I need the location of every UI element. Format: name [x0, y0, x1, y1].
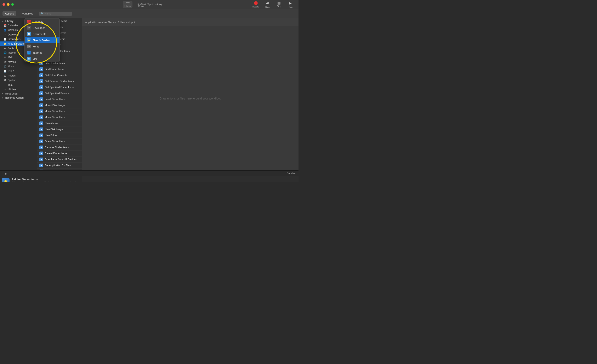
action-label: Get Folder Contents [45, 74, 67, 77]
sidebar-item-label: Internet [8, 51, 16, 54]
contacts-popup-icon [27, 20, 31, 24]
calendar-icon: 📅 [3, 24, 7, 27]
sidebar-item-label: Fonts [8, 47, 14, 50]
popup-menu[interactable]: Contacts ✕ Developer 📄 Documents 📁 Files… [24, 18, 60, 62]
stop-button[interactable]: Stop [274, 1, 284, 8]
action-label: Label Finder Items [45, 98, 65, 101]
popup-developer[interactable]: ✕ Developer [25, 25, 60, 31]
sidebar-item-utilities[interactable]: ✕ Utilities [0, 87, 37, 92]
popup-files-label: Files & Folders [32, 39, 51, 42]
close-button[interactable] [2, 3, 5, 6]
action-find-finder[interactable]: ★ Find Finder Items [37, 66, 82, 72]
utilities-icon: ✕ [3, 88, 7, 91]
popup-fonts[interactable]: A Fonts [25, 43, 60, 49]
actions-tab[interactable]: Actions [2, 11, 16, 16]
documents-popup-icon: 📄 [27, 32, 31, 36]
action-label: New Aliases [45, 122, 58, 125]
documents-icon: 📄 [3, 38, 7, 41]
action-label: New Disk Image [45, 128, 63, 131]
action-open-finder[interactable]: ★ Open Finder Items [37, 138, 82, 144]
photos-icon: 🖼 [3, 74, 7, 77]
popup-mail-label: Mail [32, 57, 38, 61]
maximize-button[interactable] [11, 3, 14, 6]
action-get-specified-finder[interactable]: ★ Get Specified Finder Items [37, 84, 82, 90]
run-button[interactable]: ▶ Run [285, 0, 296, 9]
popup-contacts-label: Contacts [32, 20, 43, 23]
action-move-finder-1[interactable]: ★ Move Finder Items [37, 108, 82, 114]
popup-mail[interactable]: ✉ Mail [25, 56, 60, 62]
popup-developer-label: Developer [32, 26, 45, 29]
popup-files-folders[interactable]: 📁 Files & Folders [25, 37, 60, 43]
sidebar-item-label: Developer [8, 33, 19, 36]
action-get-specified-servers[interactable]: ★ Get Specified Servers [37, 90, 82, 96]
log-top-row: Log Duration [0, 171, 298, 176]
sidebar-item-photos[interactable]: 🖼 Photos [0, 73, 37, 78]
sidebar-item-pdfs[interactable]: 📄 PDFs [0, 69, 37, 73]
minimize-button[interactable] [7, 3, 9, 6]
popup-internet[interactable]: 🌐 Internet [25, 49, 60, 56]
internet-icon: 🌐 [3, 51, 7, 55]
mail-popup-icon: ✉ [27, 57, 31, 61]
action-icon: ★ [39, 97, 43, 101]
action-label-finder[interactable]: ★ Label Finder Items [37, 96, 82, 103]
action-set-folder-views[interactable]: ★ Set Folder Views [37, 168, 82, 170]
action-label: Reveal Finder Items [45, 152, 67, 155]
action-scan-hp[interactable]: ★ Scan Items from HP Devices [37, 157, 82, 163]
search-box[interactable]: 🔍 [39, 12, 72, 16]
action-icon: ★ [39, 79, 43, 83]
sidebar-item-label: Photos [8, 74, 16, 77]
duration-label: Duration [287, 172, 296, 175]
most-used-label: Most Used [5, 92, 18, 95]
action-icon: ★ [39, 121, 43, 125]
sidebar-item-text[interactable]: T Text [0, 82, 37, 87]
action-reveal-finder[interactable]: ★ Reveal Finder Items [37, 150, 82, 157]
workflow-canvas[interactable]: Drag actions or files here to build your… [82, 26, 298, 170]
developer-popup-icon: ✕ [27, 26, 31, 30]
workflow-area: Application receives files and folders a… [82, 18, 298, 170]
music-icon: 🎵 [3, 65, 7, 68]
sidebar-item-label: Mail [8, 56, 12, 59]
fonts-popup-icon: A [27, 45, 31, 48]
action-get-folder[interactable]: ★ Get Folder Contents [37, 72, 82, 78]
action-new-folder[interactable]: ★ New Folder [37, 133, 82, 138]
step-button[interactable]: ⏭ Step [262, 0, 273, 9]
action-set-application[interactable]: ★ Set Application for Files [37, 163, 82, 168]
action-new-aliases[interactable]: ★ New Aliases [37, 120, 82, 127]
action-icon: ★ [39, 170, 43, 170]
search-input[interactable] [45, 12, 71, 15]
popup-contacts[interactable]: Contacts [25, 18, 60, 25]
step-label: Step [265, 6, 270, 8]
sidebar-item-music[interactable]: 🎵 Music [0, 64, 37, 69]
variables-tab[interactable]: Variables [20, 11, 36, 16]
action-icon: ★ [39, 164, 43, 167]
action-move-finder-2[interactable]: ★ Move Finder Items [37, 114, 82, 120]
action-label: Open Finder Items [45, 140, 65, 143]
action-rename-finder[interactable]: ★ Rename Finder Items [37, 144, 82, 150]
sidebar-item-label: Utilities [8, 88, 16, 91]
log-action-desc: This action lets the user choose Finder … [12, 181, 80, 182]
stop-label: Stop [277, 5, 281, 8]
action-mount-disk[interactable]: ★ Mount Disk Image [37, 103, 82, 108]
log-sidebar-text: Ask for Finder Items This action lets th… [12, 178, 80, 182]
action-get-selected[interactable]: ★ Get Selected Finder Items [37, 78, 82, 84]
developer-icon: ✕ [3, 33, 7, 36]
log-info-panel: ⭐ Ask for Finder Items This action lets … [0, 176, 82, 182]
workflow-header-text: Application receives files and folders a… [85, 21, 135, 24]
recently-added-header: ▼ Recently Added [0, 96, 37, 100]
popup-documents[interactable]: 📄 Documents [25, 31, 60, 37]
action-label: Move Finder Items [45, 116, 65, 119]
sidebar-item-label: Files & Folders [8, 42, 24, 45]
record-button[interactable]: Record [251, 0, 261, 9]
action-label: Get Specified Finder Items [45, 86, 74, 89]
files-popup-icon: 📁 [27, 38, 31, 42]
window-title: Untitled (Application) [137, 3, 162, 6]
tabs-toolbar: Actions Variables 🔍 [0, 9, 298, 18]
most-used-header: ▼ Most Used [0, 92, 37, 96]
movies-icon: 🎬 [3, 60, 7, 64]
sidebar-item-label: Text [8, 83, 12, 86]
action-new-disk-image[interactable]: ★ New Disk Image [37, 127, 82, 133]
action-label: Get Specified Servers [45, 92, 69, 95]
fonts-icon: A [3, 47, 7, 50]
sidebar-item-system[interactable]: ⚙ System [0, 78, 37, 82]
log-area: Log Duration ⭐ Ask for Finder Items This… [0, 170, 298, 182]
